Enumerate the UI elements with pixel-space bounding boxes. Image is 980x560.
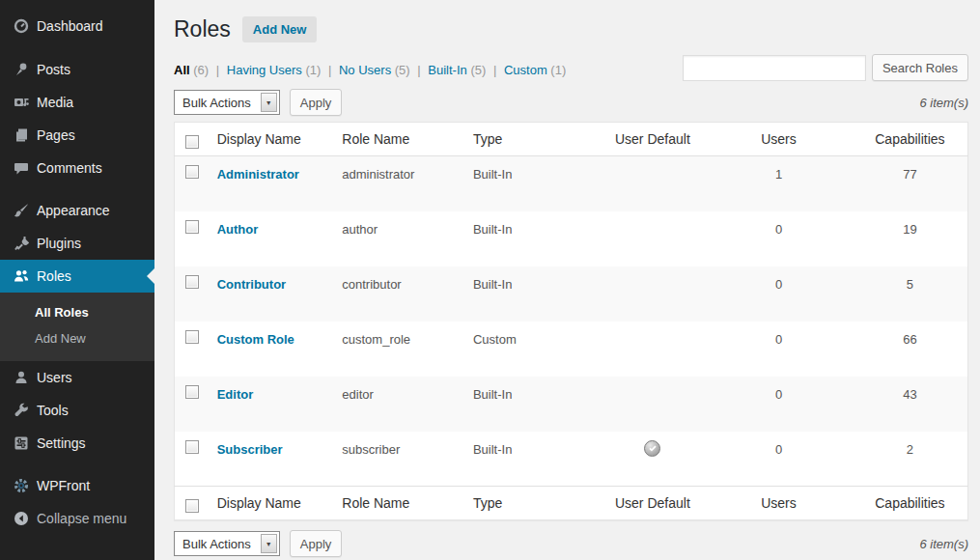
admin-sidebar: Dashboard Posts Media Pages Comments App… [0, 0, 154, 560]
filter-count: (5) [470, 63, 486, 77]
role-link[interactable]: Administrator [217, 167, 299, 182]
table-footer-row: Display Name Role Name Type User Default… [175, 487, 968, 520]
sidebar-item-dashboard[interactable]: Dashboard [0, 10, 154, 42]
select-all-checkbox[interactable] [185, 135, 199, 149]
user-default-check-icon [644, 440, 660, 457]
table-row-subscriber: Subscriber subscriber Built-In 0 2 [175, 432, 968, 487]
sidebar-label: Posts [37, 62, 70, 77]
sidebar-item-wpfront[interactable]: WPFront [0, 469, 154, 502]
users-count-cell: 0 [705, 211, 853, 266]
sidebar-label: Roles [37, 268, 71, 284]
bulk-actions-select-bottom[interactable]: Bulk Actions ▼ [174, 531, 280, 556]
items-count: 6 item(s) [919, 96, 968, 110]
filter-count: (5) [395, 63, 410, 77]
page-title: Roles [174, 15, 231, 43]
filter-count: (1) [305, 63, 321, 77]
role-link[interactable]: Author [217, 222, 259, 237]
role-name-cell: author [331, 211, 462, 266]
role-name-cell: custom_role [331, 322, 462, 377]
role-type-cell: Built-In [462, 266, 601, 322]
sidebar-item-settings[interactable]: Settings [0, 427, 154, 460]
column-display-name: Display Name [207, 123, 332, 156]
column-display-name: Display Name [207, 487, 332, 520]
role-type-cell: Built-In [462, 156, 601, 211]
collapse-menu-button[interactable]: Collapse menu [0, 502, 154, 535]
filter-all[interactable]: All [174, 63, 190, 77]
sidebar-item-comments[interactable]: Comments [0, 152, 154, 184]
table-row-contributor: Contributor contributor Built-In 0 5 [175, 266, 968, 322]
row-checkbox[interactable] [185, 220, 199, 234]
role-type-cell: Built-In [462, 377, 601, 432]
paintbrush-icon [14, 203, 29, 218]
column-type: Type [462, 487, 601, 520]
collapse-arrow-icon [14, 511, 29, 526]
pushpin-icon [14, 62, 29, 77]
column-users: Users [705, 487, 853, 520]
row-checkbox[interactable] [185, 385, 199, 399]
users-count-cell: 0 [705, 377, 853, 432]
wpfront-gear-icon [14, 478, 29, 493]
capabilities-count-cell: 5 [853, 266, 968, 322]
sidebar-item-media[interactable]: Media [0, 86, 154, 119]
apply-button-bottom[interactable]: Apply [290, 530, 343, 557]
sidebar-label: Users [37, 370, 72, 385]
filter-no-users[interactable]: No Users [339, 63, 391, 77]
table-header-row: Display Name Role Name Type User Default… [175, 123, 968, 156]
filter-custom[interactable]: Custom [504, 63, 547, 77]
sidebar-label: Comments [37, 160, 102, 176]
column-capabilities: Capabilities [853, 123, 968, 156]
submenu-all-roles[interactable]: All Roles [0, 299, 154, 325]
column-user-default: User Default [601, 487, 706, 520]
search-roles-button[interactable]: Search Roles [872, 54, 968, 81]
role-link[interactable]: Subscriber [217, 442, 283, 457]
filter-built-in[interactable]: Built-In [428, 63, 466, 77]
main-content: Roles Add New All (6) | Having Users (1)… [154, 0, 980, 560]
users-count-cell: 0 [705, 266, 853, 322]
sidebar-item-appearance[interactable]: Appearance [0, 194, 154, 227]
row-checkbox[interactable] [185, 330, 199, 344]
column-capabilities: Capabilities [853, 487, 968, 520]
groups-icon [14, 268, 29, 284]
sidebar-item-pages[interactable]: Pages [0, 119, 154, 152]
roles-submenu: All Roles Add New [0, 293, 154, 361]
column-role-name: Role Name [331, 123, 462, 156]
dropdown-arrow-icon: ▼ [261, 93, 277, 112]
row-checkbox[interactable] [185, 165, 199, 179]
users-count-cell: 0 [705, 322, 853, 377]
column-users: Users [705, 123, 853, 156]
table-row-editor: Editor editor Built-In 0 43 [175, 377, 968, 432]
sidebar-label: Plugins [37, 236, 81, 251]
settings-sliders-icon [14, 435, 29, 451]
users-count-cell: 0 [705, 432, 853, 487]
row-checkbox[interactable] [185, 275, 199, 289]
sidebar-label: Collapse menu [37, 511, 126, 526]
role-name-cell: subscriber [331, 432, 462, 487]
submenu-label: All Roles [35, 305, 89, 320]
capabilities-count-cell: 2 [853, 432, 968, 487]
table-row-custom-role: Custom Role custom_role Custom 0 66 [175, 322, 968, 377]
add-new-button[interactable]: Add New [242, 16, 318, 42]
role-link[interactable]: Editor [217, 387, 254, 402]
role-link[interactable]: Contributor [217, 277, 286, 292]
bulk-actions-select[interactable]: Bulk Actions ▼ [174, 90, 280, 115]
filter-separator: | [493, 63, 496, 77]
submenu-add-new[interactable]: Add New [0, 325, 154, 351]
sidebar-item-posts[interactable]: Posts [0, 53, 154, 86]
wrench-icon [14, 403, 29, 418]
row-checkbox[interactable] [185, 440, 199, 454]
column-user-default: User Default [601, 123, 706, 156]
role-name-cell: editor [331, 377, 462, 432]
filter-having-users[interactable]: Having Users [227, 63, 302, 77]
sidebar-item-users[interactable]: Users [0, 361, 154, 394]
filter-count: (1) [550, 63, 566, 77]
sidebar-item-plugins[interactable]: Plugins [0, 227, 154, 260]
apply-button[interactable]: Apply [290, 89, 343, 116]
select-all-checkbox-bottom[interactable] [185, 499, 199, 513]
filter-count: (6) [193, 63, 209, 77]
search-roles-input[interactable] [683, 55, 866, 81]
sidebar-item-tools[interactable]: Tools [0, 394, 154, 427]
sidebar-item-roles[interactable]: Roles [0, 260, 154, 293]
column-type: Type [462, 123, 601, 156]
plugin-icon [14, 236, 29, 251]
role-link[interactable]: Custom Role [217, 332, 294, 347]
